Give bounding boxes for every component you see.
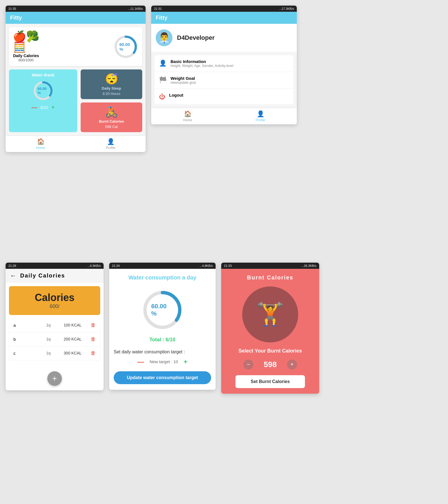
app-title-1: Fitty: [10, 15, 22, 21]
calories-big-card: Calories 600/: [9, 286, 100, 315]
status-bar-4: 21:34 ...4.8KB/s: [109, 263, 216, 269]
nav-profile-label-1: Profile: [106, 146, 115, 150]
weight-goal-text: Weight Goal view/update goal: [171, 76, 196, 85]
back-arrow[interactable]: ←: [10, 272, 17, 279]
food-qty-b: 1q: [46, 337, 55, 341]
water-page: Water consumption a day 60.00 % Total : …: [109, 269, 216, 390]
burnt-person-icon: 🚴: [105, 106, 118, 118]
food-name-a: a: [13, 323, 43, 328]
sleep-label: Daily Sleep: [102, 86, 121, 90]
network-4: ...4.8KB/s: [199, 264, 213, 267]
avatar-icon: 👨‍💼: [158, 32, 171, 44]
home-content: 🍎🥦🧮 Daily Calories 600/1000 60.00 % Wate…: [6, 24, 146, 136]
food-icon: 🍎🥦🧮: [13, 31, 39, 52]
fab-label: +: [52, 374, 57, 383]
burnt-value: 598 Cal: [105, 125, 118, 129]
water-target-minus[interactable]: —: [137, 358, 144, 366]
water-new-target: — New target : 10 +: [114, 358, 211, 366]
phone-water: 21:34 ...4.8KB/s Water consumption a day…: [109, 263, 216, 390]
menu-item-logout[interactable]: ⏻ Logout: [155, 89, 293, 104]
basic-info-icon: 👤: [159, 60, 167, 67]
menu-item-basic-info[interactable]: 👤 Basic Information Height, Weight, Age,…: [155, 55, 293, 72]
water-set-label: Set daily water consumption target :: [114, 349, 211, 354]
calories-left: 🍎🥦🧮 Daily Calories 600/1000: [13, 31, 39, 62]
burnt-person-large-icon: 🏋️: [256, 301, 284, 328]
phone-daily-calories: 21:28 ...6.9KB/s ← Daily Calories Calori…: [6, 263, 104, 390]
nav-home-label-1: Home: [36, 146, 45, 150]
avatar: 👨‍💼: [156, 29, 172, 46]
phone-burnt: 21:33 ...26.3KB/s Burnt Calories 🏋️ Sele…: [221, 263, 319, 394]
bottom-nav-2: 🏠 Home 👤 Profile: [151, 108, 297, 124]
add-food-fab[interactable]: +: [47, 371, 62, 386]
food-delete-b[interactable]: 🗑: [91, 336, 96, 342]
food-list: a 1q 100 KCAL 🗑 b 1q 200 KCAL 🗑 c 1q 300…: [9, 318, 100, 360]
food-row-b: b 1q 200 KCAL 🗑: [9, 332, 100, 346]
logout-text: Logout: [169, 93, 183, 97]
water-target-plus[interactable]: +: [184, 358, 188, 366]
nav-profile-2[interactable]: 👤 Profile: [224, 108, 297, 124]
phone-home: 21:35 ...11.1KB/s Fitty 🍎🥦🧮 Daily Calori…: [6, 6, 146, 152]
app-bar-2: Fitty: [151, 12, 297, 24]
food-row-a: a 1q 100 KCAL 🗑: [9, 318, 100, 332]
time-4: 21:34: [112, 264, 120, 267]
nav-home-1[interactable]: 🏠 Home: [6, 136, 76, 152]
burnt-value: 598: [262, 360, 279, 369]
food-qty-c: 1q: [46, 351, 55, 355]
food-row-c: c 1q 300 KCAL 🗑: [9, 346, 100, 360]
food-delete-c[interactable]: 🗑: [91, 350, 96, 356]
status-bar-5: 21:33 ...26.3KB/s: [221, 263, 319, 269]
nav-profile-label-2: Profile: [256, 118, 265, 122]
home-icon-2: 🏠: [184, 110, 192, 118]
profile-icon-2: 👤: [257, 110, 264, 118]
profile-header: 👨‍💼 D4Developer: [151, 24, 297, 52]
logout-title: Logout: [169, 93, 183, 97]
water-card[interactable]: Water drank 60.00 % — 6/10 +: [9, 69, 77, 132]
water-donut: 60.00 %: [32, 80, 54, 102]
time-2: 21:31: [154, 7, 162, 10]
water-page-title: Water consumption a day: [114, 274, 211, 281]
water-big-donut: 60.00 %: [140, 288, 185, 332]
calories-value: 600/1000: [18, 58, 34, 62]
water-pct: 60.00 %: [38, 87, 49, 95]
network-5: ...26.3KB/s: [301, 264, 316, 267]
calories-big-label: Calories: [35, 292, 74, 304]
food-delete-a[interactable]: 🗑: [91, 322, 96, 328]
menu-item-weight-goal[interactable]: 🏁 Weight Goal view/update goal: [155, 72, 293, 89]
nav-home-label-2: Home: [183, 118, 192, 122]
update-water-btn[interactable]: Update water consumption target: [114, 371, 211, 384]
weight-goal-icon: 🏁: [159, 76, 167, 84]
water-target-value: New target : 10: [150, 359, 178, 364]
water-big-pct: 60.00 %: [151, 303, 174, 317]
home-icon-1: 🏠: [37, 138, 45, 145]
food-kcal-b: 200 KCAL: [58, 337, 87, 341]
app-bar-1: Fitty: [6, 12, 146, 24]
nav-profile-1[interactable]: 👤 Profile: [76, 136, 146, 152]
phone-profile: 21:31 ...17.3KB/s Fitty 👨‍💼 D4Developer …: [151, 6, 297, 124]
time-1: 21:35: [8, 7, 16, 10]
set-burnt-btn[interactable]: Set Burnt Calories: [235, 375, 305, 388]
profile-name: D4Developer: [177, 34, 215, 41]
calories-card[interactable]: 🍎🥦🧮 Daily Calories 600/1000 60.00 %: [9, 27, 142, 66]
logout-icon: ⏻: [159, 93, 165, 101]
water-plus-btn[interactable]: +: [52, 104, 55, 111]
network-3: ...6.9KB/s: [87, 264, 101, 267]
status-bar-1: 21:35 ...11.1KB/s: [6, 6, 146, 12]
burnt-plus-btn[interactable]: +: [287, 360, 297, 370]
nav-home-2[interactable]: 🏠 Home: [151, 108, 224, 124]
network-1: ...11.1KB/s: [128, 7, 143, 10]
calories-label: Daily Calories: [13, 53, 39, 58]
network-2: ...17.3KB/s: [279, 7, 294, 10]
weight-goal-title: Weight Goal: [171, 76, 196, 81]
bottom-row: Water drank 60.00 % — 6/10 +: [9, 69, 142, 132]
burnt-page-title: Burnt Calories: [247, 274, 293, 281]
water-count: 6/10: [41, 105, 48, 110]
sleep-card[interactable]: 😴 Daily Sleep 8:20 Hours: [81, 69, 142, 99]
burnt-card[interactable]: 🚴 Burnt Calories 598 Cal: [81, 102, 142, 132]
basic-info-text: Basic Information Height, Weight, Age, G…: [171, 59, 234, 68]
burnt-minus-btn[interactable]: −: [243, 360, 253, 370]
water-minus-btn[interactable]: —: [32, 104, 37, 111]
status-bar-2: 21:31 ...17.3KB/s: [151, 6, 297, 12]
sleep-emoji: 😴: [105, 73, 118, 85]
profile-content: 👨‍💼 D4Developer 👤 Basic Information Heig…: [151, 24, 297, 108]
bottom-nav-1: 🏠 Home 👤 Profile: [6, 136, 146, 152]
